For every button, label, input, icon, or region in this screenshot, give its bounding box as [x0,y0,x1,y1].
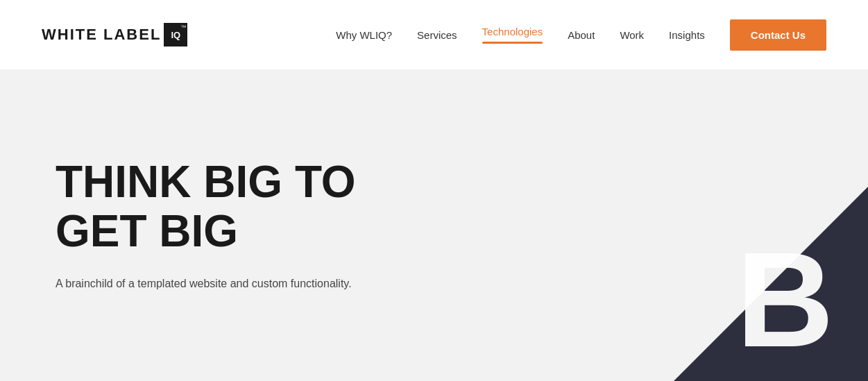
nav-item-why-wliq[interactable]: Why WLIQ? [336,29,392,41]
logo-iq: IQ [171,30,180,40]
logo-text: WHITE LABEL [42,26,161,44]
logo-badge: IQ ™ [164,23,187,46]
nav-item-work[interactable]: Work [620,29,644,41]
hero-title-line2: GET BIG [56,206,238,256]
hero-subtitle: A brainchild of a templated website and … [56,275,356,293]
contact-us-button[interactable]: Contact Us [730,19,826,51]
nav-item-technologies[interactable]: Technologies [482,26,543,44]
header: WHITE LABEL IQ ™ Why WLIQ? Services Tech… [0,0,868,69]
hero-title-line1: THINK BIG TO [56,157,356,207]
hero-content: THINK BIG TO GET BIG A brainchild of a t… [56,158,356,292]
hero-graphic: B [674,187,868,381]
nav-item-services[interactable]: Services [417,29,457,41]
nav-item-about[interactable]: About [568,29,595,41]
logo-tm: ™ [180,24,186,31]
logo[interactable]: WHITE LABEL IQ ™ [42,23,187,46]
hero-title: THINK BIG TO GET BIG [56,158,356,255]
navigation: Why WLIQ? Services Technologies About Wo… [336,19,826,51]
svg-text:B: B [736,223,834,375]
hero-graphic-svg: B [674,187,868,381]
nav-item-insights[interactable]: Insights [669,29,705,41]
hero-section: THINK BIG TO GET BIG A brainchild of a t… [0,69,868,381]
